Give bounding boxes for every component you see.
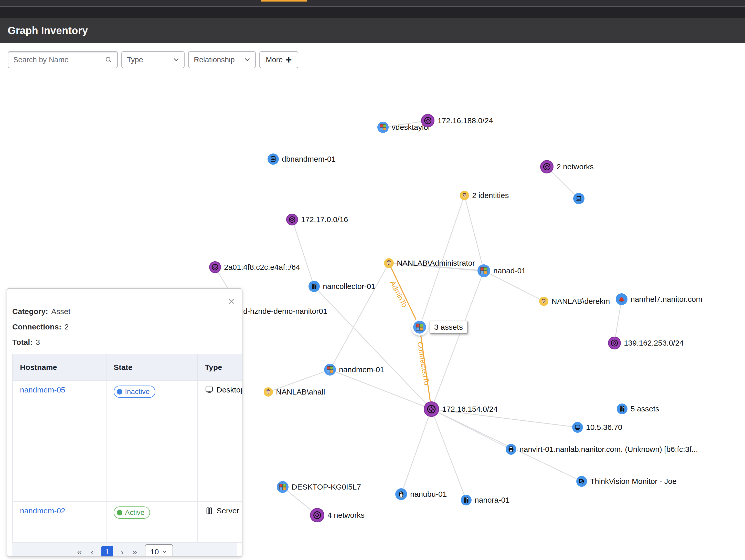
graph-node-nanora-01[interactable]: nanora-01 [461, 495, 510, 505]
graph-node-172-17-0-0-16[interactable]: 172.17.0.0/16 [286, 214, 348, 225]
network-icon [310, 508, 324, 522]
server-icon [461, 495, 472, 505]
graph-node-laptop[interactable] [573, 193, 584, 204]
prev-page-button[interactable]: ‹ [90, 547, 94, 557]
table-row: nandmem-05 Inactive Desktop [12, 381, 242, 502]
popup-total-row: Total: 3 [12, 338, 242, 347]
table-row: nandmem-02 Active Server [12, 502, 242, 542]
windows-icon [377, 122, 389, 133]
page-header: Graph Inventory [0, 18, 745, 43]
edge-label-connectedto: ConnectedTo [416, 341, 431, 386]
column-header-state: State [106, 354, 197, 381]
graph-node-nanlab-derekm[interactable]: NANLAB\derekm [539, 297, 610, 306]
status-badge: Inactive [114, 385, 155, 398]
first-page-button[interactable]: « [76, 547, 83, 557]
graph-node-10-5-36-70[interactable]: 10.5.36.70 [572, 422, 622, 433]
identity-icon [384, 258, 394, 268]
node-tooltip: 3 assets [430, 321, 467, 334]
chevron-down-icon [244, 56, 251, 64]
graph-node-172-16-188-0-24[interactable]: 172.16.188.0/24 [421, 114, 493, 127]
graph-node-nanad-01[interactable]: nanad-01 [478, 265, 526, 277]
top-navbar [0, 0, 745, 6]
graph-node-3-assets[interactable]: 3 assets [413, 321, 467, 334]
graph-node-172-16-154-0-24[interactable]: 172.16.154.0/24 [424, 401, 498, 417]
relationship-dropdown[interactable]: Relationship [188, 51, 256, 68]
type-dropdown[interactable]: Type [121, 51, 185, 68]
popup-category-row: Category: Asset [12, 307, 242, 316]
network-icon [540, 160, 553, 174]
hostname-link[interactable]: nandmem-02 [20, 506, 65, 515]
filter-toolbar: Type Relationship More + [8, 51, 298, 68]
status-dot-icon [117, 510, 122, 516]
graph-node-dbnandmem-01[interactable]: dbnandmem-01 [267, 153, 336, 165]
network-icon [424, 401, 439, 417]
node-details-popup: Category: Asset Connections: 2 Total: 3 … [7, 288, 242, 557]
graph-node-desktop-kg0i5l7[interactable]: DESKTOP-KG0I5L7 [277, 481, 361, 493]
popup-connections-row: Connections: 2 [12, 322, 242, 331]
peripheral-icon [576, 476, 587, 487]
network-icon [608, 337, 621, 349]
graph-node-4-networks[interactable]: 4 networks [310, 508, 364, 522]
hostname-link[interactable]: nandmem-05 [20, 385, 65, 394]
page-size-select[interactable]: 10 [145, 545, 173, 557]
windows-icon [277, 481, 289, 493]
next-page-button[interactable]: › [120, 547, 125, 557]
search-input[interactable] [13, 55, 98, 64]
relationship-dropdown-label: Relationship [194, 56, 235, 64]
graph-node-thinkvision-monitor-joe[interactable]: ThinkVision Monitor - Joe [576, 476, 677, 487]
type-dropdown-label: Type [127, 56, 143, 64]
windows-icon [413, 321, 426, 334]
total-label: Total: [12, 338, 33, 347]
more-filters-button[interactable]: More + [259, 51, 298, 68]
graph-node-2-networks[interactable]: 2 networks [540, 160, 594, 174]
redhat-icon [616, 293, 627, 305]
more-button-label: More [266, 56, 283, 64]
active-tab-indicator [261, 0, 307, 2]
desktop-icon [205, 385, 214, 394]
identity-icon [539, 297, 548, 306]
close-icon[interactable] [228, 298, 235, 306]
graph-node-2a01-4f8-c2c-e4af-64[interactable]: 2a01:4f8:c2c:e4af::/64 [209, 261, 300, 273]
category-value: Asset [51, 307, 70, 316]
search-icon [104, 56, 112, 64]
graph-node-2-identities[interactable]: 2 identities [460, 191, 509, 200]
monitor-icon [572, 422, 583, 433]
asset-table: Hostname State Type nandmem-05 Inactive [12, 354, 242, 543]
graph-node-139-162-253-0-24[interactable]: 139.162.253.0/24 [608, 337, 684, 349]
plus-icon: + [286, 55, 292, 65]
graph-node-nanrhel7-nanitor-com[interactable]: nanrhel7.nanitor.com [616, 293, 702, 305]
current-page-button[interactable]: 1 [101, 546, 113, 557]
graph-node-nanlab-administrator[interactable]: NANLAB\Administrator [384, 258, 475, 268]
category-label: Category: [12, 307, 48, 316]
graph-node-d-hznde-demo-nanitor01[interactable]: d-hznde-demo-nanitor01 [243, 307, 327, 316]
graph-node-5-assets[interactable]: 5 assets [617, 403, 659, 414]
page-title: Graph Inventory [8, 25, 88, 36]
column-header-hostname: Hostname [12, 354, 106, 381]
identity-icon [460, 191, 469, 200]
popup-table-wrapper: Hostname State Type nandmem-05 Inactive [12, 354, 242, 543]
pagination-bar: « ‹ 1 › » 10 [12, 543, 237, 557]
secondary-navbar [0, 7, 745, 18]
server-icon [205, 506, 214, 515]
chevron-down-icon [162, 549, 167, 555]
column-header-type: Type [197, 354, 242, 381]
chevron-down-icon [172, 56, 180, 64]
status-dot-icon [117, 389, 122, 395]
network-icon [209, 261, 221, 273]
network-icon [286, 214, 298, 225]
graph-node-nanubu-01[interactable]: nanubu-01 [395, 488, 447, 500]
graph-node-nanlab-ahall[interactable]: NANLAB\ahall [264, 387, 325, 397]
search-field[interactable] [8, 51, 118, 68]
server-icon [309, 281, 320, 292]
database-icon [267, 153, 279, 165]
server-icon [617, 403, 627, 414]
network-icon [421, 114, 434, 127]
graph-node-nandmem-01[interactable]: nandmem-01 [324, 364, 384, 376]
last-page-button[interactable]: » [131, 547, 138, 557]
connections-value: 2 [65, 322, 69, 331]
total-value: 3 [36, 338, 40, 347]
graph-node-nancollector-01[interactable]: nancollector-01 [309, 281, 375, 292]
windows-icon [324, 364, 336, 376]
identity-icon [264, 387, 273, 397]
graph-node-nanvirt-01[interactable]: nanvirt-01.nanlab.nanitor.com. (Unknown)… [506, 444, 698, 455]
